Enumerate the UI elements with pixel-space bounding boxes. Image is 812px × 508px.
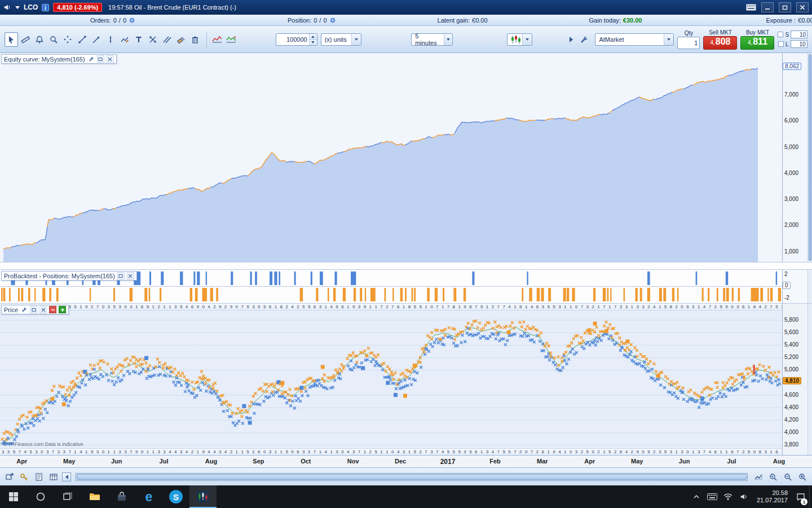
alarm-bell-icon[interactable]: [33, 32, 46, 47]
zoom-previous-icon[interactable]: [767, 471, 779, 483]
notes-document-icon[interactable]: [33, 471, 45, 483]
equity-close-icon[interactable]: [107, 55, 114, 63]
quantity-decrement-button[interactable]: [310, 40, 317, 45]
equity-window-icon[interactable]: [97, 55, 104, 63]
restore-button[interactable]: [779, 2, 791, 12]
eraser-tool-icon[interactable]: [174, 32, 188, 47]
price-axis-label: 3,800: [784, 441, 798, 448]
time-axis[interactable]: AprMayJunJulAugSepOctNovDec2017FebMarApr…: [0, 455, 812, 467]
info-icon[interactable]: [42, 4, 49, 11]
price-axis-label: 4,200: [784, 417, 798, 423]
volume-tray-icon[interactable]: [736, 485, 751, 508]
ray-line-tool-icon[interactable]: [90, 32, 103, 47]
chart-style-dropdown-arrow-icon[interactable]: [522, 34, 532, 45]
file-explorer-icon[interactable]: [81, 485, 108, 508]
ruler-tool-icon[interactable]: [19, 32, 32, 47]
data-table-icon[interactable]: [47, 471, 60, 483]
equity-chart[interactable]: [0, 53, 782, 262]
stop-checkbox[interactable]: [778, 32, 783, 37]
network-wifi-icon[interactable]: [721, 485, 735, 508]
instrument-dropdown-caret-icon[interactable]: [15, 6, 20, 9]
equity-price-axis[interactable]: 7,0006,0005,0004,0003,0002,0001,0008,062: [782, 53, 807, 262]
timeframe-select[interactable]: 5 minutes: [411, 33, 453, 46]
order-entry-panel: AtMarket Qty Sell MKT 4, 808 Buy MKT 4, …: [570, 29, 807, 50]
stop-input[interactable]: [791, 30, 807, 38]
price-window-icon[interactable]: [30, 306, 37, 313]
time-scrollbar[interactable]: [76, 473, 748, 481]
panel-divider[interactable]: [0, 262, 812, 270]
time-scrollbar-thumb[interactable]: [77, 474, 747, 480]
show-desktop-button[interactable]: [809, 485, 812, 508]
order-type-select[interactable]: AtMarket: [595, 33, 674, 46]
quantity-increment-button[interactable]: [310, 34, 317, 40]
minimize-button[interactable]: [761, 2, 774, 12]
taskbar-clock[interactable]: 20.58 21.07.2017: [752, 489, 792, 504]
indicator-tool-icon[interactable]: [118, 32, 131, 47]
price-close-icon[interactable]: [39, 306, 47, 313]
delete-all-trash-icon[interactable]: [188, 32, 202, 47]
detach-window-icon[interactable]: [3, 471, 16, 483]
price-settings-wrench-icon[interactable]: [20, 306, 28, 313]
trading-app-icon[interactable]: [189, 485, 217, 508]
equity-vertical-scrollbar[interactable]: [807, 53, 812, 262]
chart-style-select[interactable]: [507, 33, 532, 46]
positions-axis: 20-2: [782, 270, 807, 303]
task-view-button[interactable]: [54, 485, 81, 508]
equity-settings-wrench-icon[interactable]: [87, 55, 95, 63]
store-app-icon[interactable]: [108, 485, 135, 508]
parallel-lines-tool-icon[interactable]: [160, 32, 174, 47]
timeframe-dropdown-arrow-icon[interactable]: [444, 34, 453, 45]
price-remove-indicator-icon[interactable]: [49, 306, 56, 313]
zoom-in-icon[interactable]: [796, 471, 809, 483]
order-type-dropdown-arrow-icon[interactable]: [664, 34, 673, 45]
backtest-red-chart-icon[interactable]: [210, 32, 223, 47]
close-button[interactable]: [796, 2, 809, 12]
tray-expand-chevron-icon[interactable]: [689, 485, 704, 508]
instrument-symbol[interactable]: LCO: [24, 3, 38, 11]
positions-panel-title: ProBacktest - Positions: MySystem(165): [4, 273, 115, 279]
equity-scrollbar-thumb[interactable]: [809, 54, 811, 261]
price-add-indicator-icon[interactable]: [59, 306, 66, 313]
positions-close-icon[interactable]: [127, 272, 134, 279]
speaker-icon[interactable]: [3, 3, 11, 11]
edge-browser-icon[interactable]: e: [135, 485, 162, 508]
skype-icon[interactable]: S: [162, 485, 189, 508]
sell-market-button[interactable]: 4, 808: [703, 36, 737, 50]
point-markers-tool-icon[interactable]: [61, 32, 74, 47]
units-select[interactable]: (x) units: [321, 33, 361, 46]
limit-label: L: [785, 41, 789, 47]
action-center-icon[interactable]: 1: [793, 485, 808, 508]
units-dropdown-arrow-icon[interactable]: [351, 34, 361, 45]
touch-keyboard-icon[interactable]: [705, 485, 720, 508]
text-tool-icon[interactable]: [132, 32, 145, 47]
order-panel-expand-arrow-icon[interactable]: [570, 37, 573, 42]
equity-axis-label: 1,000: [784, 248, 798, 255]
zoom-tool-icon[interactable]: [47, 32, 60, 47]
key-icon[interactable]: [18, 471, 30, 483]
zoom-out-icon[interactable]: [782, 471, 794, 483]
trendline-tool-icon[interactable]: [76, 32, 89, 47]
positions-axis-label: 2: [784, 271, 788, 277]
vertical-line-tool-icon[interactable]: [104, 32, 117, 47]
order-settings-wrench-icon[interactable]: [576, 32, 591, 47]
price-chart[interactable]: [0, 310, 782, 448]
backtest-green-chart-icon[interactable]: [224, 32, 238, 47]
limit-input[interactable]: [791, 40, 807, 48]
search-button[interactable]: [27, 485, 54, 508]
qty-input[interactable]: [677, 37, 700, 49]
orders-settings-gear-icon[interactable]: [129, 17, 135, 24]
quantity-input[interactable]: [276, 34, 309, 45]
pointer-tool-icon[interactable]: [5, 32, 18, 47]
buy-market-button[interactable]: 4, 811: [740, 36, 774, 50]
price-axis[interactable]: 5,8005,6005,4005,2005,0004,6004,4004,200…: [782, 304, 807, 455]
scroll-left-button[interactable]: [62, 472, 71, 481]
keyboard-icon[interactable]: [746, 4, 756, 11]
auto-scale-chart-icon[interactable]: [752, 471, 765, 483]
crosshair-move-tool-icon[interactable]: [146, 32, 160, 47]
positions-window-icon[interactable]: [117, 272, 125, 279]
orders-label: Orders:: [90, 17, 111, 24]
start-button[interactable]: [0, 485, 27, 508]
equity-axis-label: 3,000: [784, 196, 798, 202]
limit-checkbox[interactable]: [778, 41, 784, 47]
position-settings-gear-icon[interactable]: [329, 17, 336, 24]
